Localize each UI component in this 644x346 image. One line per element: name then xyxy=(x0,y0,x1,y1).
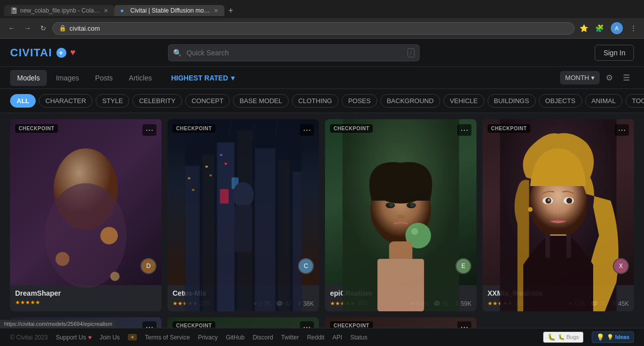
svg-point-3 xyxy=(55,252,69,266)
extensions-button[interactable]: 🧩 xyxy=(593,22,606,34)
tab-posts[interactable]: Posts xyxy=(88,70,120,86)
period-chevron-icon: ▾ xyxy=(591,74,595,81)
privacy-link[interactable]: Privacy xyxy=(198,334,217,341)
card-menu-dreamshaper[interactable]: ⋯ xyxy=(142,124,156,136)
discord-link[interactable]: Discord xyxy=(253,334,273,341)
cat-objects[interactable]: OBJECTS xyxy=(539,94,582,108)
card-avatar-inner-cetus: C xyxy=(299,259,313,273)
svg-point-35 xyxy=(397,215,405,219)
card-avatar-inner: D xyxy=(141,259,155,273)
nav-tabs: Models Images Posts Articles HIGHEST RAT… xyxy=(0,67,644,89)
cat-background[interactable]: BACKGROUND xyxy=(380,94,440,108)
browser-tab-1[interactable]: 📓 new_colab_file.ipynb - Colabora... ✕ xyxy=(4,5,114,16)
svg-point-34 xyxy=(410,203,415,207)
cat-tool[interactable]: TOOL xyxy=(625,94,644,108)
new-tab-button[interactable]: + xyxy=(224,6,237,15)
ideas-button[interactable]: 💡 💡 Ideas xyxy=(592,331,634,343)
forward-button[interactable]: → xyxy=(21,22,34,34)
browser-tabs: 📓 new_colab_file.ipynb - Colabora... ✕ ●… xyxy=(0,0,644,18)
svg-point-33 xyxy=(389,203,393,207)
tab-close-2[interactable]: ✕ xyxy=(214,8,218,14)
tab-models[interactable]: Models xyxy=(10,70,47,86)
cat-base-model[interactable]: BASE MODEL xyxy=(233,94,289,108)
github-link[interactable]: GitHub xyxy=(226,334,245,341)
address-bar[interactable]: 🔒 civitai.com xyxy=(52,22,575,35)
svg-rect-10 xyxy=(255,148,276,311)
card-badge-dreamshaper: CHECKPOINT xyxy=(15,124,58,133)
tab-images[interactable]: Images xyxy=(49,70,86,86)
twitter-link[interactable]: Twitter xyxy=(281,334,299,341)
footer: © Civitai 2023 Support Us ♥ Join Us ✦ Te… xyxy=(0,328,644,346)
svg-point-45 xyxy=(567,198,573,204)
card-avatar-cetus: C xyxy=(298,258,314,274)
svg-rect-12 xyxy=(293,171,301,311)
site-logo[interactable]: CIVITAI + ♥ xyxy=(10,46,76,59)
tab-articles[interactable]: Articles xyxy=(122,70,159,86)
join-link[interactable]: Join Us xyxy=(100,334,120,341)
svg-rect-16 xyxy=(209,175,212,176)
cat-clothing[interactable]: CLOTHING xyxy=(292,94,339,108)
cat-buildings[interactable]: BUILDINGS xyxy=(488,94,536,108)
card-menu-xxmix[interactable]: ⋯ xyxy=(615,124,629,136)
reload-button[interactable]: ↻ xyxy=(37,22,49,34)
svg-rect-39 xyxy=(377,259,424,311)
cat-all[interactable]: ALL xyxy=(10,94,36,108)
bugs-button[interactable]: 🐛 🐛 Bugs xyxy=(543,331,584,343)
terms-link[interactable]: Terms of Service xyxy=(145,334,190,341)
status-bar: https://civitai.com/models/25694/epicrea… xyxy=(0,320,116,328)
card-menu-cetus[interactable]: ⋯ xyxy=(300,124,314,136)
status-link[interactable]: Status xyxy=(350,334,367,341)
menu-button[interactable]: ⋮ xyxy=(628,22,639,34)
cat-vehicle[interactable]: VEHICLE xyxy=(443,94,485,108)
cat-celebrity[interactable]: CELEBRITY xyxy=(132,94,182,108)
cat-concept[interactable]: CONCEPT xyxy=(185,94,230,108)
browser-tab-2[interactable]: ● Civitai | Stable Diffusion models... ✕ xyxy=(114,5,224,16)
search-container: 🔍 / xyxy=(168,44,420,61)
footer-support[interactable]: Support Us ♥ xyxy=(56,334,92,341)
svg-rect-11 xyxy=(278,160,290,311)
card-menu-epic[interactable]: ⋯ xyxy=(457,124,471,136)
search-shortcut: / xyxy=(408,48,414,57)
card-badge-cetus: CHECKPOINT xyxy=(173,124,215,133)
card-dreamshaper[interactable]: CHECKPOINT ⋯ D DreamShaper ★★★★★ xyxy=(10,119,162,311)
card-epicrealism[interactable]: CHECKPOINT ⋯ E epiCRealism ★★★★★ 305 ♥ 3… xyxy=(325,119,476,311)
join-badge: ✦ xyxy=(128,334,137,340)
support-link[interactable]: Support Us xyxy=(56,334,86,341)
card-cetus-mix[interactable]: CHECKPOINT ⋯ C Cetus-Mix ★★★★★ 225 ♥ 2.7… xyxy=(168,119,319,311)
search-input[interactable] xyxy=(168,44,420,61)
cat-poses[interactable]: POSES xyxy=(342,94,377,108)
cat-style[interactable]: STYLE xyxy=(96,94,129,108)
support-heart-icon: ♥ xyxy=(88,334,92,341)
cat-animal[interactable]: ANIMAL xyxy=(585,94,622,108)
cat-character[interactable]: CHARACTER xyxy=(39,94,93,108)
svg-point-4 xyxy=(110,272,120,281)
bookmark-button[interactable]: ⭐ xyxy=(578,22,590,34)
browser-nav: ← → ↻ 🔒 civitai.com ⭐ 🧩 A ⋮ xyxy=(0,18,644,38)
tab-close-1[interactable]: ✕ xyxy=(104,8,108,14)
period-button[interactable]: MONTH ▾ xyxy=(560,71,600,84)
svg-point-2 xyxy=(100,227,118,244)
card-xxmix[interactable]: CHECKPOINT ⋯ X XXMix_9realistic ★★★★★ 19… xyxy=(482,119,634,311)
layout-button[interactable]: ☰ xyxy=(619,71,634,84)
svg-rect-50 xyxy=(567,234,571,257)
back-button[interactable]: ← xyxy=(5,22,18,34)
signin-button[interactable]: Sign In xyxy=(595,45,634,61)
footer-copyright: © Civitai 2023 xyxy=(10,334,48,341)
card-badge-xxmix: CHECKPOINT xyxy=(488,124,530,133)
svg-rect-18 xyxy=(224,163,227,164)
card-avatar-xxmix: X xyxy=(613,258,629,274)
app-header: CIVITAI + ♥ 🔍 / Sign In xyxy=(0,39,644,67)
reddit-link[interactable]: Reddit xyxy=(307,334,325,341)
profile-button[interactable]: A xyxy=(609,20,625,36)
card-image-cetus xyxy=(168,119,319,285)
svg-point-46 xyxy=(548,199,550,202)
card-badge-epic: CHECKPOINT xyxy=(330,124,373,133)
api-link[interactable]: API xyxy=(333,334,342,341)
filter-button[interactable]: ⚙ xyxy=(602,71,617,84)
svg-rect-8 xyxy=(217,142,234,311)
sort-button[interactable]: HIGHEST RATED ▾ xyxy=(165,71,240,85)
svg-rect-49 xyxy=(545,234,550,257)
svg-rect-22 xyxy=(234,205,252,252)
svg-rect-17 xyxy=(220,154,222,155)
lightbulb-icon: 💡 xyxy=(596,333,605,341)
